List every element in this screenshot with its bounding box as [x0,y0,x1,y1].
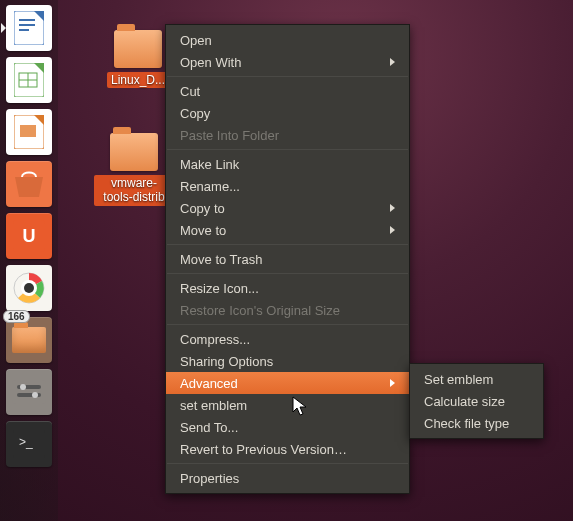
menu-item[interactable]: Advanced [166,372,409,394]
menu-item-label: Sharing Options [180,354,273,369]
menu-item[interactable]: Resize Icon... [166,277,409,299]
svg-rect-9 [20,125,36,137]
svg-point-19 [32,392,38,398]
menu-item-label: Copy to [180,201,225,216]
unity-launcher: U166>_ [0,0,58,521]
launcher-terminal[interactable]: >_ [5,420,53,468]
launcher-system-monitor[interactable] [5,264,53,312]
menu-item: Paste Into Folder [166,124,409,146]
svg-rect-15 [12,380,46,404]
menu-item-label: Restore Icon's Original Size [180,303,340,318]
menu-item-label: Make Link [180,157,239,172]
menu-item: Restore Icon's Original Size [166,299,409,321]
menu-item[interactable]: Open With [166,51,409,73]
menu-item-label: Send To... [180,420,238,435]
menu-item-label: Move to [180,223,226,238]
submenu-arrow-icon [390,204,395,212]
running-indicator-icon [1,23,6,33]
svg-point-14 [24,283,34,293]
submenu-arrow-icon [390,58,395,66]
menu-item-label: Resize Icon... [180,281,259,296]
launcher-updates[interactable]: 166 [5,316,53,364]
menu-item-label: Open With [180,55,241,70]
launcher-libreoffice-impress[interactable] [5,108,53,156]
desktop-folder-1[interactable]: vmware-tools-distrib [94,133,174,206]
menu-item-label: Cut [180,84,200,99]
menu-item[interactable]: Compress... [166,328,409,350]
menu-item-label: set emblem [180,398,247,413]
submenu-item-label: Calculate size [424,394,505,409]
menu-item-label: Move to Trash [180,252,262,267]
svg-text:U: U [23,226,36,246]
launcher-software-center[interactable] [5,160,53,208]
svg-rect-2 [19,24,35,26]
menu-item-label: Open [180,33,212,48]
submenu-item[interactable]: Set emblem [410,368,543,390]
menu-item-label: Revert to Previous Version… [180,442,347,457]
menu-item[interactable]: Sharing Options [166,350,409,372]
launcher-libreoffice-writer[interactable] [5,4,53,52]
menu-item[interactable]: Open [166,29,409,51]
launcher-ubuntu-one[interactable]: U [5,212,53,260]
svg-point-18 [20,384,26,390]
folder-icon [110,133,158,171]
svg-rect-1 [19,19,35,21]
menu-separator [167,149,408,150]
context-submenu-advanced: Set emblemCalculate sizeCheck file type [409,363,544,439]
svg-rect-3 [19,29,29,31]
launcher-libreoffice-calc[interactable] [5,56,53,104]
menu-item[interactable]: Properties [166,467,409,489]
submenu-arrow-icon [390,226,395,234]
menu-item-label: Properties [180,471,239,486]
menu-item-label: Advanced [180,376,238,391]
menu-separator [167,76,408,77]
menu-item[interactable]: Cut [166,80,409,102]
menu-item[interactable]: Copy to [166,197,409,219]
menu-item[interactable]: Send To... [166,416,409,438]
folder-icon [114,30,162,68]
submenu-arrow-icon [390,379,395,387]
menu-item-label: Paste Into Folder [180,128,279,143]
menu-item[interactable]: Rename... [166,175,409,197]
menu-item[interactable]: Move to [166,219,409,241]
menu-item[interactable]: Move to Trash [166,248,409,270]
desktop-folder-label: Linux_D... [107,72,169,88]
menu-item-label: Rename... [180,179,240,194]
submenu-item-label: Set emblem [424,372,493,387]
menu-item-label: Copy [180,106,210,121]
context-menu: OpenOpen WithCutCopyPaste Into FolderMak… [165,24,410,494]
menu-item[interactable]: Revert to Previous Version… [166,438,409,460]
menu-separator [167,273,408,274]
menu-separator [167,244,408,245]
menu-separator [167,463,408,464]
submenu-item[interactable]: Calculate size [410,390,543,412]
desktop-folder-label: vmware-tools-distrib [94,175,174,206]
menu-item[interactable]: set emblem [166,394,409,416]
menu-item[interactable]: Make Link [166,153,409,175]
submenu-item-label: Check file type [424,416,509,431]
submenu-item[interactable]: Check file type [410,412,543,434]
launcher-settings[interactable] [5,368,53,416]
menu-item-label: Compress... [180,332,250,347]
menu-item[interactable]: Copy [166,102,409,124]
menu-separator [167,324,408,325]
launcher-badge: 166 [3,310,30,323]
svg-text:>_: >_ [19,435,33,449]
